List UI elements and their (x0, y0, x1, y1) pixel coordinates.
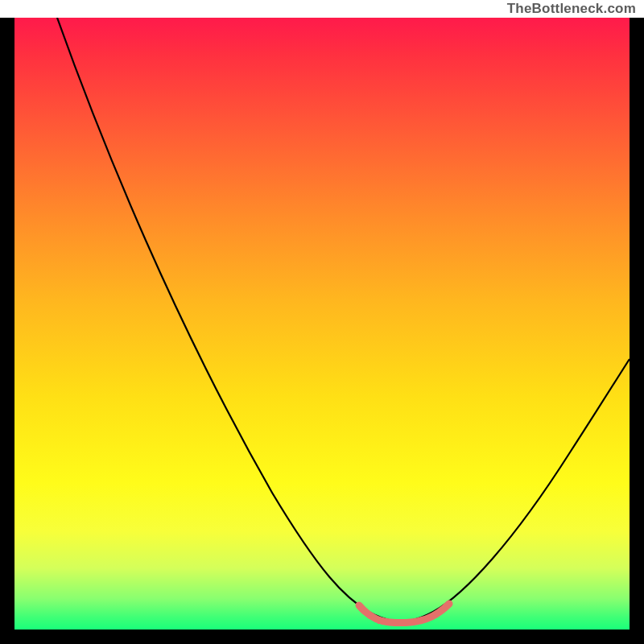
curve-bottom-highlight (359, 604, 449, 623)
curve-path (57, 18, 630, 621)
chart-frame: TheBottleneck.com (0, 0, 644, 644)
bottleneck-curve (14, 18, 630, 630)
attribution-bar: TheBottleneck.com (0, 0, 644, 18)
attribution-text: TheBottleneck.com (507, 1, 636, 16)
plot-area (14, 18, 630, 630)
